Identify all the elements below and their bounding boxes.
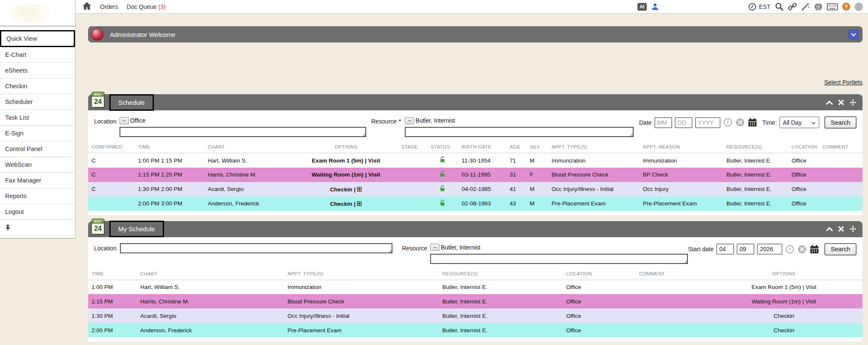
globe-icon[interactable] — [814, 3, 823, 11]
date-day-input[interactable] — [675, 117, 693, 128]
unlocked-icon[interactable] — [440, 156, 446, 163]
clear-date-icon[interactable] — [798, 245, 807, 254]
pin-sidebar-button[interactable] — [0, 220, 75, 236]
appointment-options-link[interactable]: Waiting Room (1m) | Visit — [312, 171, 380, 178]
collapse-portlet-button[interactable] — [826, 100, 833, 105]
app-logo — [0, 0, 75, 26]
move-portlet-handle[interactable] — [849, 225, 857, 233]
appointment-options-link[interactable]: Exam Room 1 (5m) | Visit — [312, 157, 380, 164]
location-label: Location — [94, 116, 117, 125]
sidebar-item-fax-manager[interactable]: Fax Manager — [0, 173, 75, 188]
close-portlet-button[interactable] — [838, 100, 844, 105]
resource-selected-value: Butler, Internist — [441, 244, 480, 251]
ai-assistant-button[interactable]: AI — [637, 3, 647, 11]
location-search-input[interactable] — [120, 243, 392, 253]
welcome-title: Administrator Welcome — [110, 31, 175, 38]
calendar-picker-icon[interactable] — [748, 118, 757, 127]
my-schedule-portlet-title: My Schedule — [109, 221, 164, 237]
my-schedule-row[interactable]: 1:00 PM Hart, William S. Immunization Bu… — [88, 280, 862, 294]
schedule-row[interactable]: C 1:30 PM 2:00 PM Acardi, Sergio Checkin… — [88, 182, 862, 196]
time-picker-icon[interactable] — [785, 245, 794, 254]
select-portlets-link[interactable]: Select Portlets — [824, 79, 862, 86]
start-date-day-input[interactable] — [737, 244, 754, 255]
schedule-row[interactable]: 2:00 PM 3:00 PM Anderson, Frederick Chec… — [88, 196, 862, 211]
required-marker: * — [397, 116, 402, 125]
sidebar-item-webscan[interactable]: WebScan — [0, 157, 75, 173]
unlocked-icon[interactable] — [440, 171, 446, 178]
my-schedule-row[interactable]: 1:15 PM Harris, Christine M. Blood Press… — [88, 294, 862, 309]
add-appointment-icon[interactable]: ⊞ — [356, 200, 362, 207]
status-orb-icon — [91, 28, 103, 41]
time-select[interactable]: All Day — [779, 117, 819, 128]
nav-doc-queue[interactable]: Doc Queue (3) — [127, 3, 166, 10]
unlocked-icon[interactable] — [440, 185, 446, 192]
sidebar-menu: Quick View E-Chart eSheets Checkin Sched… — [0, 26, 75, 236]
nav-orders[interactable]: Orders — [100, 3, 118, 10]
welcome-collapse-button[interactable] — [849, 30, 859, 39]
resource-label: Resource — [402, 243, 427, 252]
start-date-month-input[interactable] — [716, 244, 734, 255]
clear-date-icon[interactable] — [736, 118, 745, 127]
my-schedule-portlet: MAY 24 My Schedule Location Resource – B… — [88, 221, 862, 342]
welcome-banner: Administrator Welcome — [88, 26, 862, 42]
my-schedule-table: TIMECHART APPT. TYPE(S)RESOURCE(S) LOCAT… — [88, 269, 862, 338]
schedule-row[interactable]: C 1:15 PM 1:25 PM Harris, Christine M. W… — [88, 168, 862, 182]
sidebar-item-e-sign[interactable]: E-Sign — [0, 126, 75, 141]
sidebar-item-logout[interactable]: Logout — [0, 204, 75, 220]
time-picker-icon[interactable] — [723, 118, 732, 127]
schedule-portlet-header: MAY 24 Schedule — [88, 94, 862, 110]
schedule-search-button[interactable]: Search — [824, 116, 857, 129]
schedule-table: CONFIRMEDTIME CHARTOPTIONS STAGESTATUS B… — [88, 142, 862, 211]
help-icon[interactable]: ? — [842, 3, 850, 11]
magic-wand-icon[interactable] — [801, 2, 810, 11]
resource-collapse-button[interactable]: – — [430, 244, 440, 251]
location-collapse-button[interactable]: – — [120, 117, 129, 124]
schedule-table-header-row: CONFIRMEDTIME CHARTOPTIONS STAGESTATUS B… — [88, 142, 862, 153]
clock-icon[interactable] — [748, 3, 757, 11]
sidebar-item-checkin[interactable]: Checkin — [0, 79, 75, 94]
sidebar-item-control-panel[interactable]: Control Panel — [0, 141, 75, 157]
date-month-input[interactable] — [654, 117, 672, 128]
date-year-input[interactable] — [695, 117, 721, 128]
appointment-options-link[interactable]: Exam Room 1 (5m) | Visit — [751, 284, 816, 290]
collapse-portlet-button[interactable] — [826, 227, 833, 231]
calendar-date-icon: MAY 24 — [92, 92, 104, 107]
appointment-options-link[interactable]: Waiting Room (1m) | Visit — [752, 298, 816, 305]
location-search-input[interactable] — [120, 127, 366, 137]
checkin-link[interactable]: Checkin — [773, 313, 794, 319]
sidebar-item-task-list[interactable]: Task List — [0, 110, 75, 126]
resource-search-input[interactable] — [405, 127, 634, 137]
home-button[interactable] — [82, 2, 92, 12]
resource-label: Resource — [371, 116, 397, 125]
sidebar-item-reports[interactable]: Reports — [0, 188, 75, 204]
chevron-down-icon — [851, 31, 856, 38]
checkin-link[interactable]: Checkin | — [330, 186, 356, 193]
sidebar-item-scheduler[interactable]: Scheduler — [0, 94, 75, 110]
start-date-year-input[interactable] — [757, 244, 782, 255]
checkin-link[interactable]: Checkin — [773, 327, 794, 334]
home-icon — [82, 2, 92, 12]
keyboard-icon[interactable] — [827, 3, 838, 11]
main-content: Administrator Welcome Select Portlets MA… — [75, 14, 868, 345]
move-portlet-handle[interactable] — [849, 99, 857, 106]
sidebar-item-e-chart[interactable]: E-Chart — [0, 47, 75, 63]
schedule-row[interactable]: C 1:00 PM 1:15 PM Hart, William S. Exam … — [88, 153, 862, 168]
my-schedule-search-button[interactable]: Search — [824, 243, 857, 255]
my-schedule-row[interactable]: 2:00 PM Anderson, Frederick Pre-Placemen… — [88, 323, 862, 337]
resource-search-input[interactable] — [430, 254, 688, 264]
search-icon[interactable] — [775, 2, 784, 11]
unlocked-icon[interactable] — [440, 199, 446, 207]
add-appointment-icon[interactable]: ⊞ — [356, 185, 362, 193]
my-schedule-row[interactable]: 1:30 PM Acardi, Sergio Occ Injury/Illnes… — [88, 309, 862, 323]
link-icon[interactable] — [788, 2, 797, 11]
checkin-link[interactable]: Checkin | — [330, 201, 356, 207]
resource-collapse-button[interactable]: – — [405, 117, 414, 124]
sidebar-item-quick-view[interactable]: Quick View — [0, 30, 75, 47]
top-navigation-bar: Orders Doc Queue (3) AI EST ? — [75, 0, 868, 14]
close-portlet-button[interactable] — [838, 226, 844, 232]
schedule-portlet-title: Schedule — [109, 94, 154, 111]
user-icon[interactable] — [651, 3, 659, 11]
sidebar-item-esheets[interactable]: eSheets — [0, 63, 75, 79]
calendar-picker-icon[interactable] — [810, 245, 819, 254]
location-label: Location — [94, 243, 117, 252]
